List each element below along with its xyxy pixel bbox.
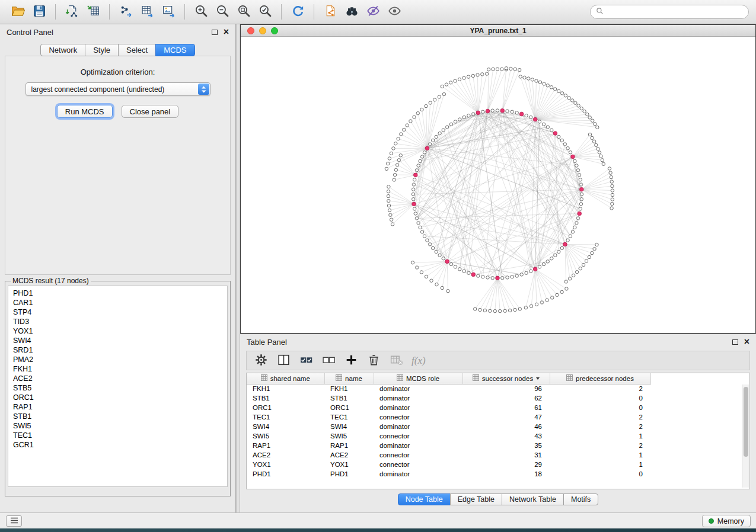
- graph-node[interactable]: [569, 151, 572, 154]
- graph-node[interactable]: [412, 183, 415, 186]
- graph-node[interactable]: [529, 305, 532, 307]
- graph-node[interactable]: [445, 83, 448, 86]
- graph-node[interactable]: [397, 137, 400, 140]
- table-row[interactable]: FKH1FKH1dominator962: [247, 384, 650, 393]
- graph-node[interactable]: [458, 268, 461, 271]
- graph-node[interactable]: [546, 260, 549, 263]
- graph-node[interactable]: [564, 94, 567, 97]
- graph-node[interactable]: [390, 218, 393, 221]
- graph-node[interactable]: [467, 75, 470, 78]
- graph-node[interactable]: [593, 247, 596, 250]
- graph-node[interactable]: [580, 198, 583, 201]
- graph-node[interactable]: [420, 271, 423, 274]
- graph-node[interactable]: [399, 154, 402, 157]
- graph-node[interactable]: [610, 207, 613, 210]
- graph-node[interactable]: [580, 193, 583, 196]
- graph-node[interactable]: [525, 271, 528, 274]
- graph-node[interactable]: [441, 85, 444, 88]
- graph-node[interactable]: [489, 309, 492, 312]
- graph-node[interactable]: [560, 290, 563, 293]
- graph-node[interactable]: [610, 180, 613, 183]
- graph-node[interactable]: [511, 110, 513, 113]
- table-settings-button[interactable]: [250, 352, 272, 369]
- graph-node[interactable]: [560, 246, 563, 249]
- graph-node[interactable]: [462, 270, 465, 273]
- graph-node[interactable]: [491, 276, 494, 279]
- dominator-node[interactable]: [425, 146, 429, 150]
- dominator-node[interactable]: [571, 155, 575, 159]
- graph-node[interactable]: [572, 274, 575, 277]
- graph-node[interactable]: [591, 251, 594, 254]
- graph-node[interactable]: [420, 155, 423, 158]
- dominator-node[interactable]: [580, 187, 584, 191]
- unselect-all-button[interactable]: [318, 352, 339, 369]
- mcds-result-item[interactable]: PHD1: [13, 289, 222, 298]
- dominator-node[interactable]: [496, 276, 500, 280]
- mcds-result-item[interactable]: GCR1: [13, 440, 222, 450]
- graph-node[interactable]: [535, 79, 538, 82]
- graph-node[interactable]: [601, 159, 604, 162]
- graph-node[interactable]: [414, 212, 417, 215]
- graph-node[interactable]: [566, 239, 569, 242]
- graph-node[interactable]: [523, 76, 526, 79]
- graph-node[interactable]: [563, 143, 566, 146]
- graph-node[interactable]: [535, 303, 538, 306]
- delete-column-button[interactable]: [363, 352, 384, 369]
- mcds-result-item[interactable]: STB5: [13, 383, 222, 393]
- dominator-node[interactable]: [471, 273, 476, 277]
- graph-node[interactable]: [511, 275, 513, 278]
- mcds-result-list[interactable]: PHD1CAR1STP4TID3YOX1SWI4SRD1PMA2FKH1ACE2…: [8, 286, 228, 487]
- mcds-result-item[interactable]: STB1: [13, 412, 222, 421]
- graph-node[interactable]: [442, 129, 445, 132]
- graph-node[interactable]: [454, 265, 457, 268]
- graph-node[interactable]: [529, 116, 532, 118]
- graph-node[interactable]: [458, 118, 461, 121]
- graph-node[interactable]: [592, 140, 595, 143]
- table-row[interactable]: PHD1PHD1dominator180: [247, 469, 650, 479]
- zoom-selected-button[interactable]: [255, 3, 275, 21]
- graph-node[interactable]: [492, 68, 495, 70]
- graph-node[interactable]: [573, 226, 576, 229]
- graph-node[interactable]: [387, 185, 390, 188]
- table-row[interactable]: ORC1ORC1dominator610: [247, 403, 650, 412]
- graph-node[interactable]: [413, 207, 416, 210]
- dominator-node[interactable]: [412, 202, 416, 206]
- graph-node[interactable]: [574, 101, 577, 104]
- graph-node[interactable]: [446, 289, 449, 292]
- mcds-result-item[interactable]: RAP1: [13, 402, 222, 412]
- mcds-result-item[interactable]: STP4: [13, 307, 222, 317]
- graph-node[interactable]: [611, 193, 614, 196]
- function-builder-icon[interactable]: f(x): [412, 355, 426, 367]
- graph-node[interactable]: [542, 262, 545, 265]
- graph-node[interactable]: [557, 250, 560, 253]
- import-network-file-button[interactable]: [62, 3, 82, 21]
- delete-table-button[interactable]: [385, 352, 407, 369]
- graph-node[interactable]: [579, 267, 582, 270]
- graph-node[interactable]: [524, 306, 527, 309]
- graph-node[interactable]: [554, 254, 557, 257]
- graph-node[interactable]: [438, 132, 441, 134]
- dominator-node[interactable]: [476, 111, 480, 115]
- graph-node[interactable]: [462, 116, 465, 118]
- graph-node[interactable]: [575, 164, 578, 167]
- graph-node[interactable]: [576, 169, 579, 172]
- graph-node[interactable]: [582, 263, 585, 266]
- graph-node[interactable]: [608, 167, 611, 170]
- mcds-result-item[interactable]: SWI5: [13, 421, 222, 431]
- hide-graphics-button[interactable]: [363, 3, 383, 21]
- graph-node[interactable]: [551, 296, 554, 299]
- graph-node[interactable]: [570, 99, 573, 102]
- network-canvas[interactable]: [241, 37, 755, 333]
- graph-node[interactable]: [387, 190, 390, 193]
- table-row[interactable]: STB1STB1dominator620: [247, 393, 650, 403]
- graph-node[interactable]: [387, 162, 390, 165]
- graph-node[interactable]: [438, 254, 441, 257]
- dominator-node[interactable]: [553, 132, 557, 136]
- close-panel-button[interactable]: Close panel: [122, 105, 179, 118]
- graph-node[interactable]: [565, 287, 568, 290]
- graph-node[interactable]: [550, 86, 553, 89]
- table-row[interactable]: RAP1RAP1dominator352: [247, 441, 650, 450]
- find-network-button[interactable]: [342, 3, 362, 21]
- graph-node[interactable]: [423, 235, 426, 238]
- graph-node[interactable]: [566, 147, 569, 150]
